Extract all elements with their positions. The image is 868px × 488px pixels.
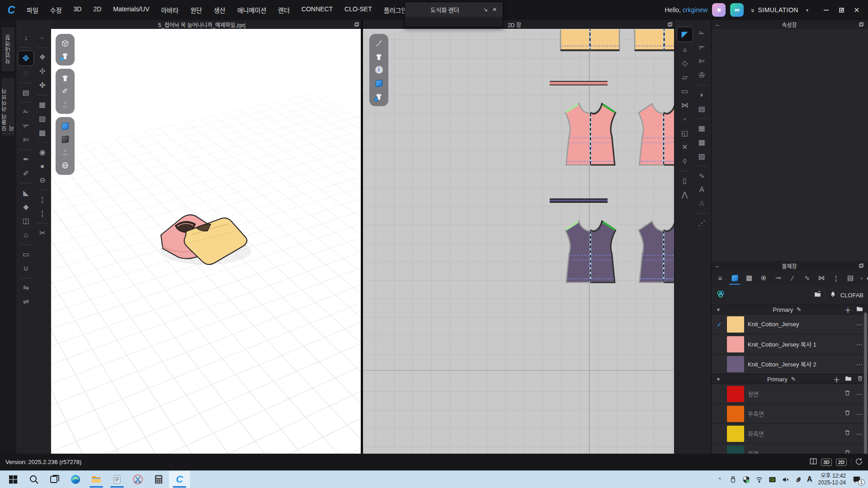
pattern-piece-pink-back[interactable] — [634, 95, 674, 171]
view-2d-badge[interactable]: 2D — [836, 459, 847, 466]
select-garment-tool-icon[interactable]: ▤ — [695, 103, 708, 115]
trace-pattern-tool-icon[interactable]: ◊ — [678, 155, 692, 168]
notch-tool-icon[interactable]: ⋀ — [678, 188, 692, 201]
float-properties-icon[interactable] — [857, 22, 865, 27]
show-fabric-dark-icon[interactable] — [59, 134, 71, 145]
menu-item-6[interactable]: 원단 — [185, 3, 207, 17]
search-button[interactable] — [24, 471, 44, 488]
chevron-down-icon[interactable]: ▾ — [806, 8, 808, 13]
delete-colorway-row-icon[interactable] — [844, 389, 851, 398]
fabric-swatch[interactable] — [727, 316, 744, 333]
folded-garments-3d[interactable] — [153, 205, 257, 273]
merge-pattern-tool-icon[interactable]: ◱ — [678, 127, 692, 140]
sewing-machine-tool-icon[interactable]: ✁ — [19, 106, 33, 118]
security-tray-icon[interactable] — [741, 475, 750, 484]
tabs-scroll-right-icon[interactable]: ▸ — [865, 275, 868, 281]
menu-item-4[interactable]: Materials/UV — [108, 3, 154, 17]
colorway-swatch[interactable] — [727, 406, 744, 422]
add-colorway-icon[interactable]: ＋ — [833, 375, 840, 384]
measure-tape-tool-icon[interactable]: ▭ — [19, 248, 33, 261]
clofab-store-icon[interactable] — [829, 291, 837, 300]
menu-item-5[interactable]: 아바타 — [156, 3, 184, 17]
edit-point-tool-icon[interactable]: ◇ — [678, 57, 692, 70]
pattern-piece-pink-front[interactable] — [561, 95, 620, 171]
panel-scrollbar[interactable] — [864, 313, 867, 456]
transform-pattern-tool-icon[interactable]: ◤ — [677, 27, 693, 42]
wifi-tray-icon[interactable] — [755, 475, 764, 484]
fabric-more-menu-icon[interactable]: ⋯ — [854, 321, 864, 328]
menu-item-8[interactable]: 애니메이션 — [232, 3, 271, 17]
edge-app[interactable] — [65, 471, 86, 488]
fabric-section-header[interactable]: ▼ Primary ✎ ＋ — [712, 305, 868, 314]
colorway-swatch[interactable] — [727, 386, 744, 402]
colorway-folder-icon[interactable] — [844, 375, 852, 384]
jacket-arrange-tool-icon[interactable]: ◆ — [19, 201, 33, 213]
history-window-tab[interactable]: 작업내역창 — [2, 27, 14, 71]
add-fabric-icon[interactable]: ＋ — [844, 305, 851, 314]
colorway-swatch[interactable] — [727, 446, 744, 454]
show-fabric-icon[interactable] — [59, 121, 71, 132]
pattern-piece-pink-neckband[interactable] — [550, 81, 608, 85]
fabric-row[interactable]: ✓Knit_Cotton_Jersey⋯ — [712, 314, 868, 334]
colorway-swatch[interactable] — [727, 426, 744, 442]
fabric-row[interactable]: Knit_Cotton_Jersey 복사 1⋯ — [712, 334, 868, 354]
trim-tab-icon[interactable]: ▤ — [844, 271, 857, 285]
volume-muted-tray-icon[interactable] — [781, 475, 790, 484]
ime-korean-indicator[interactable]: A — [807, 475, 812, 483]
text-tool-icon[interactable]: A — [695, 183, 708, 196]
fit-garment-alt2-tool-icon[interactable]: ✤ — [36, 79, 49, 92]
split-view-icon[interactable] — [810, 458, 817, 466]
rename-section-icon[interactable]: ✎ — [797, 306, 801, 313]
taskbar-clock[interactable]: 오후 12:42 2025-12-24 — [818, 473, 846, 486]
notepad-app[interactable] — [107, 471, 127, 488]
menu-item-9[interactable]: 렌더 — [273, 3, 295, 17]
collapse-colorway-icon[interactable]: ▼ — [716, 377, 730, 382]
window-3d-titlebar[interactable]: 5_접어놔 목 늘어나니까_예제파일.zprj — [51, 20, 361, 29]
colorway-row[interactable]: 정면⋯ — [712, 384, 868, 404]
restore-window-button[interactable] — [835, 4, 848, 16]
show-avatar-icon[interactable] — [59, 99, 71, 110]
show-environment-icon[interactable] — [59, 160, 71, 171]
pattern-piece-purple-neckband[interactable] — [550, 198, 608, 203]
minimize-button[interactable] — [819, 4, 833, 16]
tuck-garment-tool-icon[interactable]: ▤ — [19, 86, 33, 99]
usb-tray-icon[interactable] — [728, 475, 737, 484]
quilt-2d-tool-icon[interactable]: ▦ — [695, 122, 708, 135]
colorway-section-header[interactable]: ▼ Primary ✎ ＋ — [712, 374, 868, 384]
arrange-shirts-tool-icon[interactable]: ◫ — [19, 215, 33, 227]
ai-magic-button[interactable]: ✷ — [712, 3, 726, 17]
float-3d-window-icon[interactable] — [353, 22, 361, 27]
task-view-button[interactable] — [44, 471, 65, 488]
float-objects-icon[interactable] — [857, 263, 865, 268]
inspect-sewing-tool-icon[interactable]: ✇ — [695, 69, 708, 82]
view-3d-badge[interactable]: 3D — [821, 459, 832, 466]
menu-item-11[interactable]: CLO-SET — [340, 3, 377, 17]
tabs-scroll-left-icon[interactable]: ◂ — [858, 275, 864, 281]
menu-item-0[interactable]: 파일 — [22, 3, 43, 17]
fit-garment-tool-icon[interactable]: ❖ — [36, 51, 49, 64]
clo-app[interactable]: C — [169, 471, 190, 488]
calculator-app[interactable] — [148, 471, 169, 488]
fit-garment-alt-tool-icon[interactable]: ✣ — [36, 65, 49, 78]
add-folder-icon[interactable] — [814, 291, 821, 300]
flip-right-tool-icon[interactable]: ⇌ — [19, 296, 33, 308]
zipper-tab-icon[interactable]: ¦ — [829, 271, 843, 285]
lasso-select-tool-icon[interactable]: ◌ — [19, 67, 33, 80]
objects-window-header[interactable]: → 물체창 — [712, 261, 868, 270]
magnet-tool-icon[interactable]: ∪ — [19, 262, 33, 275]
fabric-swatch[interactable] — [727, 336, 744, 352]
file-explorer-app[interactable] — [86, 471, 107, 488]
show-fabric-2d-icon[interactable] — [373, 77, 385, 89]
free-sewing-2d-tool-icon[interactable]: ✄ — [695, 55, 708, 68]
close-window-button[interactable]: ✕ — [850, 4, 863, 16]
refresh-icon[interactable] — [855, 458, 863, 466]
menu-item-1[interactable]: 수정 — [45, 3, 67, 17]
flip-left-tool-icon[interactable]: ⇋ — [19, 282, 33, 294]
stitch-tool-icon[interactable]: ∿ — [695, 169, 708, 182]
grading-tool-icon[interactable]: ⋰ — [695, 217, 708, 230]
seam-tape-tool-icon[interactable]: ▯ — [678, 174, 692, 187]
clo-set-button[interactable]: ∞ — [730, 3, 744, 17]
polygon-pattern-tool-icon[interactable]: ▱ — [678, 71, 692, 84]
segment-sewing-tool-icon[interactable]: ✃ — [19, 120, 33, 132]
menu-item-2[interactable]: 3D — [69, 3, 87, 17]
